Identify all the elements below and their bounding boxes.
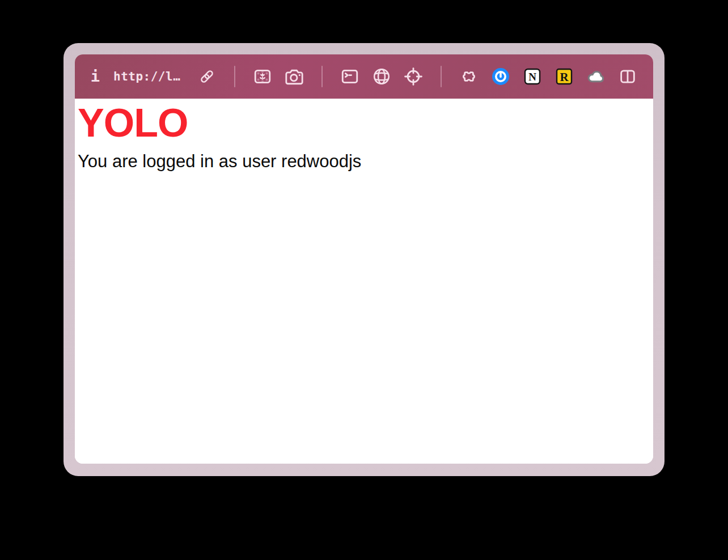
- image-flower-icon[interactable]: [253, 67, 272, 86]
- readwise-icon[interactable]: R: [555, 67, 574, 86]
- desktop-background: i http://l…: [0, 0, 728, 560]
- info-icon[interactable]: i: [90, 67, 101, 86]
- toolbar-divider: [441, 66, 442, 87]
- cloud-icon[interactable]: [586, 67, 606, 86]
- page-title: YOLO: [78, 103, 640, 143]
- link-icon[interactable]: [197, 67, 217, 86]
- notion-icon[interactable]: N: [523, 67, 542, 86]
- onepassword-icon[interactable]: [491, 67, 510, 86]
- url-field[interactable]: http://l…: [113, 70, 185, 83]
- notion-letter: N: [528, 71, 536, 83]
- toolbar-divider: [234, 66, 235, 87]
- login-status-text: You are logged in as user redwoodjs: [78, 151, 640, 172]
- readwise-letter: R: [560, 70, 569, 84]
- browser-window: i http://l…: [64, 43, 664, 476]
- crosshair-icon[interactable]: [404, 67, 423, 86]
- terminal-icon[interactable]: [340, 67, 359, 86]
- split-view-icon[interactable]: [618, 67, 637, 86]
- puzzle-extensions-icon[interactable]: [459, 67, 479, 86]
- page-content: YOLO You are logged in as user redwoodjs: [75, 99, 653, 464]
- browser-window-inner: i http://l…: [75, 54, 653, 464]
- toolbar-divider: [321, 66, 323, 87]
- camera-icon[interactable]: [285, 67, 304, 86]
- globe-icon[interactable]: [372, 67, 391, 86]
- browser-toolbar: i http://l…: [75, 54, 653, 99]
